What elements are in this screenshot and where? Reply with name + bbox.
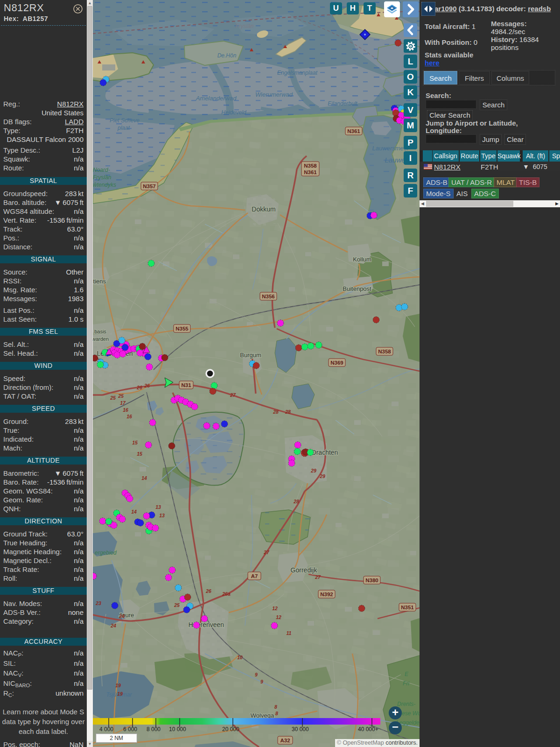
svg-text:15: 15 — [137, 451, 142, 457]
svg-text:N358: N358 — [378, 349, 391, 354]
svg-text:N380: N380 — [365, 578, 378, 583]
svg-text:Fri: Fri — [403, 680, 409, 687]
svg-text:27: 27 — [263, 550, 270, 555]
svg-text:26: 26 — [144, 383, 150, 388]
svg-text:Buitenpost: Buitenpost — [343, 285, 371, 292]
svg-text:ŵtendyks: ŵtendyks — [93, 182, 116, 188]
svg-text:26: 26 — [205, 588, 211, 594]
svg-text:Piet Scheve: Piet Scheve — [110, 117, 140, 124]
svg-text:14: 14 — [141, 475, 147, 481]
svg-text:N358: N358 — [304, 163, 317, 169]
svg-text:15: 15 — [132, 440, 138, 445]
svg-text:11: 11 — [287, 630, 292, 636]
svg-text:25: 25 — [110, 395, 116, 401]
svg-text:N361: N361 — [347, 128, 360, 134]
svg-text:16: 16 — [126, 414, 132, 419]
svg-text:17: 17 — [120, 400, 126, 406]
svg-text:Heideveld: Heideveld — [221, 109, 246, 116]
svg-text:N357: N357 — [143, 183, 156, 189]
svg-text:16: 16 — [123, 407, 128, 413]
svg-text:basis: basis — [94, 329, 106, 334]
svg-text:Drachten: Drachten — [312, 449, 338, 456]
svg-text:Fryslân: Fryslân — [93, 174, 112, 181]
svg-text:Kollum: Kollum — [353, 256, 371, 263]
svg-text:27: 27 — [230, 392, 236, 398]
svg-text:19: 19 — [115, 683, 121, 688]
svg-text:12: 12 — [272, 606, 278, 611]
svg-text:19: 19 — [117, 691, 123, 697]
svg-text:Gorredijk: Gorredijk — [291, 566, 318, 574]
svg-text:warden: warden — [93, 336, 109, 342]
svg-text:8: 8 — [275, 711, 278, 716]
svg-text:Amelanderwad: Amelanderwad — [196, 95, 237, 102]
svg-text:26a: 26a — [222, 591, 231, 597]
svg-text:8: 8 — [274, 704, 277, 710]
svg-text:13: 13 — [155, 504, 161, 510]
svg-text:13: 13 — [159, 513, 165, 518]
svg-text:28: 28 — [285, 409, 291, 415]
svg-text:29: 29 — [310, 468, 316, 473]
svg-text:9: 9 — [255, 672, 258, 677]
svg-text:28: 28 — [293, 499, 299, 504]
svg-text:29: 29 — [319, 473, 325, 479]
svg-text:27: 27 — [315, 574, 321, 580]
svg-text:N361: N361 — [304, 169, 317, 175]
svg-text:28: 28 — [273, 409, 279, 415]
svg-text:Stiens: Stiens — [93, 278, 106, 285]
svg-text:12: 12 — [276, 614, 281, 620]
svg-text:Noard-: Noard- — [93, 167, 110, 173]
svg-text:N31: N31 — [181, 382, 191, 388]
svg-text:Eilanderbult: Eilanderbult — [328, 100, 357, 107]
svg-text:25: 25 — [118, 393, 124, 399]
svg-text:Dokkum: Dokkum — [252, 205, 275, 213]
svg-text:plaat: plaat — [117, 125, 130, 131]
svg-text:N351: N351 — [401, 605, 414, 610]
svg-text:9: 9 — [260, 679, 263, 684]
svg-text:10: 10 — [237, 655, 243, 660]
svg-text:14: 14 — [131, 509, 137, 514]
svg-text:25: 25 — [174, 602, 180, 608]
svg-text:Wierumerwad: Wierumerwad — [255, 91, 293, 98]
svg-text:E: E — [405, 671, 409, 677]
svg-text:24: 24 — [110, 623, 116, 628]
svg-text:Drents-: Drents- — [397, 701, 415, 707]
svg-text:Fryslân: Fryslân — [235, 23, 254, 29]
svg-text:N356: N356 — [262, 294, 275, 299]
svg-text:N355: N355 — [175, 326, 189, 331]
svg-text:26: 26 — [136, 385, 142, 390]
svg-text:A32: A32 — [280, 738, 290, 743]
svg-text:23: 23 — [95, 600, 101, 606]
svg-text:A7: A7 — [251, 573, 258, 579]
svg-text:ergebied: ergebied — [95, 550, 117, 556]
svg-text:Engelsmanplaat: Engelsmanplaat — [277, 70, 318, 76]
svg-text:N369: N369 — [330, 360, 343, 366]
svg-text:Burgum: Burgum — [240, 352, 261, 359]
svg-text:24: 24 — [119, 613, 125, 619]
svg-text:De.Hôn: De.Hôn — [217, 52, 237, 59]
svg-text:N392: N392 — [320, 592, 333, 597]
